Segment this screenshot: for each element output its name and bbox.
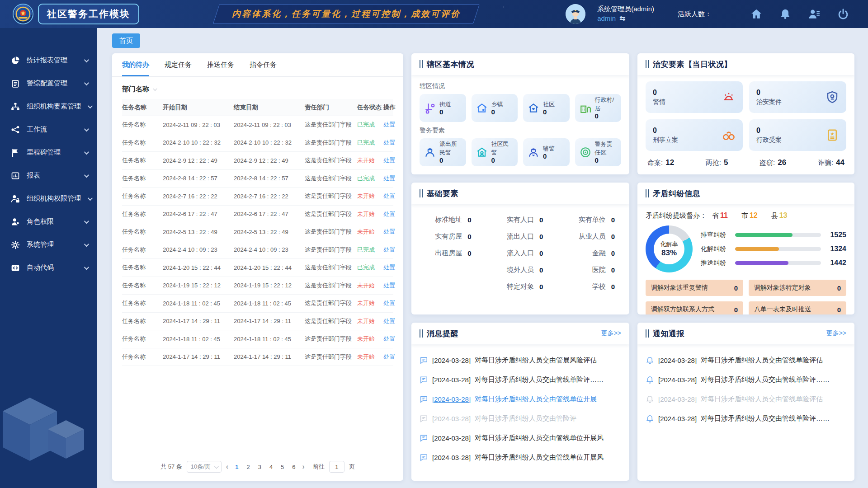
message-item[interactable]: [2024-03-28] 对每日涉矛盾纠纷人员交由管线单位开展风 <box>420 448 621 467</box>
table-header-row: 任务名称 开始日期 结束日期 责任部门 任务状态 操作 <box>122 99 393 116</box>
escalation-stat: 县13 <box>771 211 788 220</box>
messages-more-link[interactable]: 更多>> <box>601 329 621 338</box>
task-end-date: 2024-1-18 11 : 02 : 45 <box>234 336 305 343</box>
task-name: 任务名称 <box>122 263 163 272</box>
handle-link[interactable]: 处置 <box>383 174 401 183</box>
notice-item[interactable]: [2024-03-28] 对每日涉矛盾纠纷人员交由管线单险评估 <box>646 351 846 370</box>
message-item[interactable]: [2024-03-28] 对每日涉矛盾纠纷人员交由管线单位开展 <box>420 389 621 409</box>
stat-tile-township: 乡镇0 <box>472 94 518 122</box>
switch-user-icon[interactable]: ⇆ <box>619 14 625 23</box>
message-item[interactable]: [2024-03-28] 对每日涉矛盾纠纷人员交由管线单位开展风 <box>420 428 621 448</box>
handle-link[interactable]: 处置 <box>383 335 401 343</box>
basic-stat: 医院0 <box>555 262 627 278</box>
message-bubble-icon <box>420 356 428 365</box>
handle-link[interactable]: 处置 <box>383 210 401 218</box>
sidebar-item-workflow[interactable]: 工作流 <box>0 118 97 141</box>
task-end-date: 2024-1-17 14 : 29 : 11 <box>234 318 305 324</box>
task-name: 任务名称 <box>122 174 163 183</box>
total-count: 共 57 条 <box>160 463 182 471</box>
handle-link[interactable]: 处置 <box>383 156 401 164</box>
escalation-stat: 省11 <box>712 211 728 220</box>
title-marker <box>420 329 423 338</box>
bell-icon[interactable] <box>779 8 791 20</box>
task-start-date: 2024-2-4 10 : 09 : 23 <box>163 246 234 253</box>
notices-more-link[interactable]: 更多>> <box>826 329 846 338</box>
panel-title: 基础要素 <box>427 188 458 199</box>
handle-link[interactable]: 处置 <box>383 299 401 307</box>
sidebar-item-milestones[interactable]: 里程碑管理 <box>0 141 97 164</box>
task-name: 任务名称 <box>122 228 163 236</box>
power-icon[interactable] <box>837 8 849 20</box>
chevron-down-icon <box>88 195 93 200</box>
home-page-tab[interactable]: 首页 <box>112 33 140 48</box>
handle-link[interactable]: 处置 <box>383 228 401 236</box>
task-start-date: 2024-1-20 15 : 22 : 44 <box>163 264 234 271</box>
sidebar-item-org-permissions[interactable]: 组织机构权限管理 <box>0 187 97 210</box>
workflow-icon <box>11 125 20 134</box>
dispute-action-button[interactable]: 调解对象涉特定对象0 <box>749 280 846 296</box>
task-start-date: 2024-2-11 09 : 22 : 03 <box>163 122 234 128</box>
message-item[interactable]: [2024-03-28] 对每日涉矛盾纠纷人员交由管展风险评估 <box>420 351 621 370</box>
page-number-button[interactable]: 1 <box>233 463 241 471</box>
sidebar-item-org-elements[interactable]: 组织机构要素管理 <box>0 95 97 118</box>
sidebar-item-role-permissions[interactable]: 角色权限 <box>0 210 97 233</box>
notices-panel: 通知通报 更多>> [2024-03-28] 对每日涉矛盾纠纷人员交由管线单险评… <box>637 323 854 481</box>
stat-tile-duty-zone: 警务责任区0 <box>575 138 622 166</box>
handle-link[interactable]: 处置 <box>383 353 401 361</box>
resolution-rate-donut: 化解率 83% <box>646 225 693 272</box>
tab-my-todo[interactable]: 我的待办 <box>122 61 149 76</box>
handle-link[interactable]: 处置 <box>383 192 401 200</box>
next-page-button[interactable]: › <box>302 463 305 471</box>
message-item[interactable]: [2024-03-28] 对每日涉矛盾纠纷人员交由管险评 <box>420 409 621 428</box>
chevron-down-icon <box>84 149 89 154</box>
handle-link[interactable]: 处置 <box>383 121 401 129</box>
message-bubble-icon <box>420 395 428 404</box>
page-size-select[interactable]: 10条/页 <box>187 461 222 473</box>
user-avatar[interactable] <box>566 4 585 24</box>
table-row: 任务名称 2024-2-8 14 : 22 : 57 2024-2-8 14 :… <box>122 170 393 188</box>
user-name[interactable]: admin <box>597 14 616 23</box>
handle-link[interactable]: 处置 <box>383 246 401 254</box>
page-number-button[interactable]: 4 <box>267 463 275 471</box>
notice-item[interactable]: [2024-03-28] 对每日涉矛盾纠纷人员交由管线单险评估 <box>646 389 846 409</box>
notice-item[interactable]: [2024-03-28] 对每日涉矛盾纠纷人员交由管线单险评…… <box>646 409 846 428</box>
page-number-button[interactable]: 2 <box>244 463 252 471</box>
page-number-button[interactable]: 5 <box>278 463 286 471</box>
task-department: 这是责任部门字段 <box>305 263 357 272</box>
house-icon <box>476 102 488 114</box>
tab-instruction-tasks[interactable]: 指令任务 <box>250 61 277 76</box>
handle-link[interactable]: 处置 <box>383 263 401 272</box>
prev-page-button[interactable]: ‹ <box>226 463 228 471</box>
message-item[interactable]: [2024-03-28] 对每日涉矛盾纠纷人员交由管线单险评…… <box>420 370 621 389</box>
tab-required-tasks[interactable]: 规定任务 <box>165 61 192 76</box>
basic-stat: 实有房屋0 <box>411 228 483 245</box>
page-number-button[interactable]: 3 <box>256 463 264 471</box>
table-row: 任务名称 2024-2-7 16 : 22 : 22 2024-2-7 16 :… <box>122 188 393 206</box>
sidebar-item-statistics-reports[interactable]: 统计报表管理 <box>0 49 97 72</box>
sidebar-item-system-management[interactable]: 系统管理 <box>0 233 97 256</box>
slogan-banner: 内容体系化，任务可量化，过程可控制，成效可评价 <box>213 4 480 24</box>
table-row: 任务名称 2024-2-10 10 : 22 : 32 2024-2-10 10… <box>122 134 393 152</box>
dispute-action-button[interactable]: 调解对象涉重复警情0 <box>646 280 743 296</box>
dispute-action-button[interactable]: 八单一表未及时推送0 <box>749 301 846 314</box>
handle-link[interactable]: 处置 <box>383 139 401 147</box>
task-end-date: 2024-2-7 16 : 22 : 22 <box>234 193 305 200</box>
tab-pushed-tasks[interactable]: 推送任务 <box>207 61 234 76</box>
siren-icon <box>722 90 736 104</box>
sidebar-item-auto-code[interactable]: 自动代码 <box>0 256 97 279</box>
dispute-action-button[interactable]: 调解双方缺联系人方式0 <box>646 301 743 314</box>
home-icon[interactable] <box>750 8 762 20</box>
handle-link[interactable]: 处置 <box>383 282 401 290</box>
message-bubble-icon <box>420 453 428 462</box>
escalation-label: 矛盾纠纷提级督办： <box>646 211 707 220</box>
notice-item[interactable]: [2024-03-28] 对每日涉矛盾纠纷人员交由管线单险评…… <box>646 370 846 389</box>
handle-link[interactable]: 处置 <box>383 317 401 325</box>
dispute-bar: 排查纠纷 1525 <box>701 228 846 242</box>
page-number-button[interactable]: 6 <box>290 463 297 471</box>
sidebar-item-reports[interactable]: 报表 <box>0 164 97 187</box>
department-filter[interactable]: 部门名称 <box>112 77 403 96</box>
bell-icon <box>646 395 654 404</box>
sidebar-item-police-config[interactable]: 警综配置管理 <box>0 72 97 95</box>
goto-page-input[interactable] <box>329 461 344 473</box>
users-icon[interactable] <box>808 8 820 20</box>
